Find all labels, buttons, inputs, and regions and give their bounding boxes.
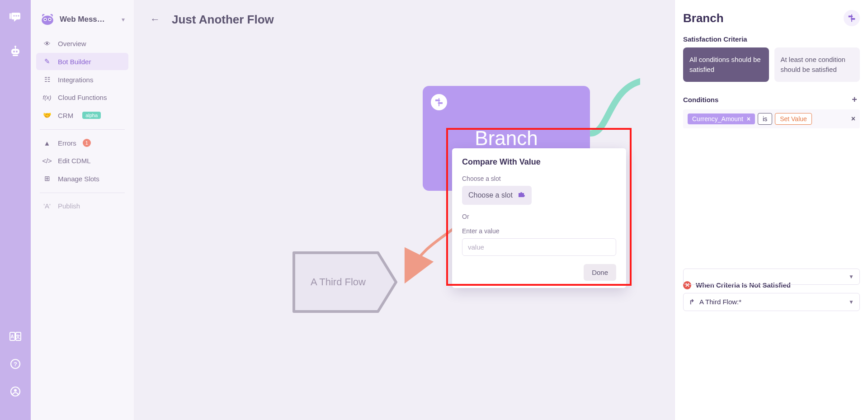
not-satisfied-target-select[interactable]: ↱ A Third Flow:* ▼: [683, 293, 860, 311]
workspace-selector[interactable]: Web Mess… ▾: [36, 8, 128, 35]
compare-value-popover: Compare With Value Choose a slot Choose …: [452, 148, 626, 288]
nav-publish[interactable]: 'A'Publish: [36, 198, 128, 214]
handshake-icon: 🤝: [42, 111, 52, 119]
localization-icon[interactable]: A文: [7, 328, 24, 344]
branch-properties-panel: Branch Satisfaction Criteria All conditi…: [675, 0, 868, 420]
alpha-badge: alpha: [82, 112, 101, 119]
svg-rect-10: [13, 55, 18, 56]
chevron-down-icon: ▼: [849, 299, 854, 305]
enter-value-label: Enter a value: [462, 227, 616, 235]
nav-overview[interactable]: 👁Overview: [36, 35, 128, 52]
canvas-topbar: ← Just Another Flow: [134, 0, 675, 39]
condition-row: Currency_Amount× is Set Value ×: [683, 109, 860, 128]
svg-point-22: [44, 19, 46, 20]
svg-text:文: 文: [15, 334, 20, 339]
nav-label: Overview: [58, 40, 86, 47]
svg-point-4: [18, 15, 19, 16]
add-condition-button[interactable]: +: [849, 94, 860, 106]
svg-point-19: [42, 16, 53, 25]
set-value-chip[interactable]: Set Value: [775, 113, 812, 125]
nav-errors[interactable]: ▲Errors1: [36, 134, 128, 151]
conditions-label: Conditions: [683, 96, 718, 104]
nav-edit-cdml[interactable]: </>Edit CDML: [36, 152, 128, 169]
svg-text:?: ?: [14, 361, 17, 368]
divider: [40, 129, 125, 130]
third-flow-node[interactable]: A Third Flow: [292, 251, 398, 313]
nav-label: Edit CDML: [58, 157, 91, 165]
chevron-down-icon: ▼: [849, 274, 854, 280]
publish-icon: 'A': [42, 202, 52, 210]
chip-text: Currency_Amount: [692, 115, 743, 123]
criteria-row: All conditions should be satisfied At le…: [683, 47, 860, 82]
nav-label: Integrations: [58, 76, 93, 84]
warning-icon: ▲: [42, 139, 52, 147]
workspace-logo-icon: [40, 12, 55, 27]
svg-rect-1: [9, 13, 11, 19]
remove-slot-icon[interactable]: ×: [747, 115, 750, 123]
condition-slot-chip[interactable]: Currency_Amount×: [688, 113, 755, 124]
help-icon[interactable]: ?: [7, 356, 24, 372]
button-label: Choose a slot: [468, 191, 513, 199]
signpost-icon: [431, 94, 447, 110]
svg-point-9: [14, 46, 16, 47]
code-icon: </>: [42, 157, 52, 165]
value-input[interactable]: [462, 238, 616, 256]
nav-bot-builder[interactable]: ✎Bot Builder: [36, 53, 128, 70]
layers-icon: ☷: [42, 76, 52, 84]
nav-label: Manage Slots: [58, 175, 99, 183]
chevron-down-icon: ▾: [122, 16, 125, 23]
svg-point-18: [14, 389, 17, 392]
pencil-icon: ✎: [42, 57, 52, 66]
select-value: A Third Flow:*: [699, 298, 741, 306]
nav-crm[interactable]: 🤝CRMalpha: [36, 107, 128, 124]
svg-point-3: [15, 15, 17, 16]
criteria-all[interactable]: All conditions should be satisfied: [683, 47, 769, 82]
choose-slot-button[interactable]: Choose a slot: [462, 186, 532, 205]
messages-icon[interactable]: [7, 9, 24, 25]
account-icon[interactable]: [7, 383, 24, 400]
eye-icon: 👁: [42, 40, 52, 47]
popover-title: Compare With Value: [462, 157, 616, 167]
sidebar: Web Mess… ▾ 👁Overview ✎Bot Builder ☷Inte…: [31, 0, 134, 420]
criteria-any[interactable]: At least one condition should be satisfi…: [774, 47, 860, 82]
third-flow-label: A Third Flow: [292, 276, 384, 288]
branch-node-label: Branch: [475, 127, 538, 150]
svg-point-6: [13, 51, 15, 52]
canvas-title: Just Another Flow: [172, 13, 274, 27]
function-icon: f(x): [42, 94, 52, 101]
nav-label: CRM: [58, 112, 73, 119]
satisfaction-criteria-label: Satisfaction Criteria: [683, 35, 860, 43]
nav-label: Cloud Functions: [58, 94, 107, 101]
svg-rect-5: [11, 49, 19, 54]
puzzle-icon: ⊞: [42, 175, 52, 183]
panel-title: Branch: [683, 11, 724, 25]
svg-text:A: A: [10, 334, 14, 339]
bot-icon[interactable]: [7, 43, 24, 60]
nav-label: Publish: [58, 202, 80, 210]
flow-icon: ↱: [689, 298, 695, 306]
puzzle-icon: [517, 190, 525, 200]
nav-integrations[interactable]: ☷Integrations: [36, 71, 128, 88]
nav-manage-slots[interactable]: ⊞Manage Slots: [36, 170, 128, 187]
back-button[interactable]: ←: [147, 11, 163, 28]
branch-type-icon[interactable]: [844, 10, 860, 26]
choose-slot-label: Choose a slot: [462, 175, 616, 182]
svg-point-23: [49, 19, 50, 20]
condition-operator-chip[interactable]: is: [758, 113, 772, 125]
or-label: Or: [462, 213, 616, 220]
nav-label: Errors: [58, 139, 76, 147]
divider: [40, 193, 125, 193]
svg-point-2: [13, 15, 14, 16]
nav-label: Bot Builder: [58, 58, 91, 66]
remove-condition-button[interactable]: ×: [851, 115, 855, 123]
satisfied-target-select[interactable]: ▼: [683, 269, 860, 285]
icon-rail: A文 ?: [0, 0, 31, 420]
workspace-name: Web Mess…: [60, 15, 117, 24]
nav-cloud-functions[interactable]: f(x)Cloud Functions: [36, 89, 128, 106]
svg-point-7: [16, 51, 18, 52]
done-button[interactable]: Done: [584, 264, 616, 281]
error-count-badge: 1: [83, 139, 91, 147]
